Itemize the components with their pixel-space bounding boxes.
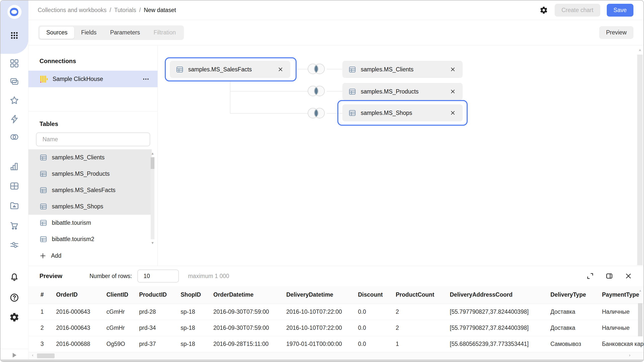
tables-scrollbar[interactable]: ▲ ▼ xyxy=(151,151,154,245)
table-item-ms-products[interactable]: samples.MS_Products xyxy=(28,166,152,182)
dashboard-grid-icon[interactable] xyxy=(9,180,20,192)
rows-count-input[interactable] xyxy=(137,269,179,283)
connections-lightning-icon[interactable] xyxy=(9,114,20,125)
close-preview-icon[interactable] xyxy=(624,272,633,281)
dataset-tabbar: Sources Fields Parameters Filtration Pre… xyxy=(28,20,643,45)
expand-preview-icon[interactable] xyxy=(586,272,595,281)
scroll-up-icon[interactable]: ▲ xyxy=(638,289,643,292)
join-connector-line xyxy=(230,81,230,114)
scroll-right-icon[interactable]: › xyxy=(629,353,630,358)
sources-content: Connections Sample ClickHouse ⋯ Tables s… xyxy=(28,46,643,266)
preview-button[interactable]: Preview xyxy=(599,26,633,39)
cell: prd-34 xyxy=(139,320,181,336)
table-item-ms-shops[interactable]: samples.MS_Shops xyxy=(28,198,152,215)
scrollbar-thumb[interactable] xyxy=(151,157,154,169)
scrollbar-thumb[interactable] xyxy=(37,353,55,358)
marketplace-cart-icon[interactable] xyxy=(9,220,20,231)
notifications-bell-icon[interactable] xyxy=(9,272,20,283)
connection-menu-ellipsis-icon[interactable]: ⋯ xyxy=(143,78,150,80)
col-header: OrderID xyxy=(56,286,106,304)
col-header: ShopID xyxy=(181,286,213,304)
scroll-up-icon[interactable]: ▲ xyxy=(151,151,154,155)
scrollbar-thumb[interactable] xyxy=(637,55,643,265)
add-table-button[interactable]: Add xyxy=(39,252,61,259)
cell: 2016-09-30T07:59:00 xyxy=(213,304,286,320)
settings-gear-icon[interactable] xyxy=(9,312,20,323)
tab-parameters[interactable]: Parameters xyxy=(103,27,147,39)
node-label: samples.MS_Clients xyxy=(361,66,414,73)
tab-sources[interactable]: Sources xyxy=(39,27,74,39)
remove-node-icon[interactable] xyxy=(449,66,457,73)
create-chart-button[interactable]: Create chart xyxy=(555,4,600,17)
scroll-down-icon[interactable]: ▼ xyxy=(151,241,154,245)
datasets-venn-icon[interactable] xyxy=(9,131,20,143)
save-button[interactable]: Save xyxy=(607,4,633,17)
apps-grid-icon[interactable] xyxy=(9,30,20,41)
breadcrumb-separator: / xyxy=(139,7,141,14)
collections-icon[interactable] xyxy=(9,76,20,87)
page-title: New dataset xyxy=(144,7,176,14)
cell: sp-18 xyxy=(181,304,213,320)
cell: 0.0 xyxy=(358,336,396,352)
join-connector-line xyxy=(230,113,309,114)
scroll-up-icon[interactable]: ▲ xyxy=(637,48,643,52)
table-search-input[interactable] xyxy=(36,132,150,146)
scroll-left-icon[interactable]: ‹ xyxy=(32,353,33,358)
cell: sp-18 xyxy=(181,320,213,336)
col-header: OrderDatetime xyxy=(213,286,286,304)
help-icon[interactable] xyxy=(9,292,20,303)
join-connector-line xyxy=(230,91,309,92)
cell: [55.797790827,37.824400398] xyxy=(450,304,550,320)
add-label: Add xyxy=(51,252,61,259)
join-type-icon-inner[interactable] xyxy=(305,107,327,119)
canvas-node-clients[interactable]: samples.MS_Clients xyxy=(342,61,463,78)
breadcrumb-collections[interactable]: Collections and workbooks xyxy=(38,7,107,14)
remove-node-icon[interactable] xyxy=(277,66,284,73)
dashboards-icon[interactable] xyxy=(9,58,20,69)
split-view-icon[interactable] xyxy=(605,272,614,281)
col-header: DeliveryDatetime xyxy=(286,286,358,304)
table-item-tourism2[interactable]: bibattle.tourism2 xyxy=(28,231,152,247)
favorites-star-icon[interactable] xyxy=(9,95,20,106)
preview-vertical-scrollbar[interactable]: ▲ ▼ xyxy=(638,289,643,362)
breadcrumb-tutorials[interactable]: Tutorials xyxy=(114,7,136,14)
rail-divider xyxy=(1,349,28,349)
join-type-icon-inner[interactable] xyxy=(305,63,327,75)
node-label: samples.MS_Shops xyxy=(361,110,412,116)
table-item-label: samples.MS_Clients xyxy=(52,154,105,161)
storage-folder-icon[interactable] xyxy=(9,200,20,211)
cell: prd-28 xyxy=(139,304,181,320)
col-header: DeliveryType xyxy=(550,286,602,304)
join-connector-line xyxy=(327,69,342,69)
cell: prd-37 xyxy=(139,336,181,352)
preview-header: Preview Number of rows: maximum 1 000 xyxy=(28,266,643,286)
canvas-node-products[interactable]: samples.MS_Products xyxy=(342,83,463,100)
page-header: Collections and workbooks / Tutorials / … xyxy=(28,1,643,20)
remove-node-icon[interactable] xyxy=(449,88,457,95)
charts-icon[interactable] xyxy=(9,161,20,172)
dataset-settings-gear-icon[interactable] xyxy=(539,6,548,15)
canvas-node-shops[interactable]: samples.MS_Shops xyxy=(342,104,463,121)
join-canvas[interactable]: samples.MS_SalesFacts samples.MS_Clients xyxy=(158,46,643,266)
tab-fields[interactable]: Fields xyxy=(74,27,103,39)
scrollbar-track[interactable] xyxy=(151,157,154,239)
tab-filtration[interactable]: Filtration xyxy=(147,27,183,39)
table-item-tourism[interactable]: bibattle.tourism xyxy=(28,215,152,231)
remove-node-icon[interactable] xyxy=(449,109,457,117)
datalens-logo[interactable] xyxy=(7,5,22,19)
services-sliders-icon[interactable] xyxy=(9,239,20,250)
table-item-label: samples.MS_SalesFacts xyxy=(52,187,115,194)
table-item-ms-salesfacts[interactable]: samples.MS_SalesFacts xyxy=(28,182,152,198)
preview-table: # OrderID ClientID ProductID ShopID Orde… xyxy=(28,286,644,352)
canvas-scrollbar[interactable]: ▲ xyxy=(637,48,643,265)
expand-play-icon[interactable] xyxy=(9,350,20,360)
preview-horizontal-scrollbar[interactable]: ‹ › xyxy=(28,352,643,359)
table-item-ms-clients[interactable]: samples.MS_Clients xyxy=(28,149,152,166)
connection-item-sample-clickhouse[interactable]: Sample ClickHouse ⋯ xyxy=(28,71,157,87)
cell: [55.680565239,37.773353441] xyxy=(450,336,550,352)
table-row: 22016-000643cGmHrprd-34sp-182016-09-30T0… xyxy=(28,320,644,336)
cell: 1 xyxy=(396,336,450,352)
scrollbar-thumb[interactable] xyxy=(638,303,642,336)
canvas-node-salesfacts[interactable]: samples.MS_SalesFacts xyxy=(170,61,290,78)
join-type-icon-inner[interactable] xyxy=(305,85,327,97)
